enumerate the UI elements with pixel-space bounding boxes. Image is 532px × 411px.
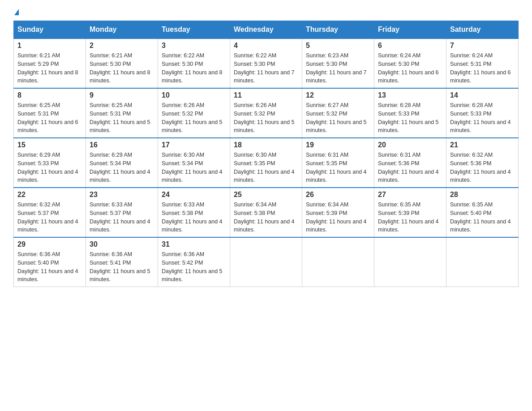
day-info: Sunrise: 6:26 AM Sunset: 5:32 PM Dayligh… <box>234 101 298 135</box>
day-number: 11 <box>234 91 298 99</box>
calendar-cell: 6 Sunrise: 6:24 AM Sunset: 5:30 PM Dayli… <box>374 39 446 88</box>
calendar-cell: 3 Sunrise: 6:22 AM Sunset: 5:30 PM Dayli… <box>158 39 230 88</box>
day-info: Sunrise: 6:25 AM Sunset: 5:31 PM Dayligh… <box>17 101 82 135</box>
day-number: 6 <box>378 42 442 50</box>
day-info: Sunrise: 6:22 AM Sunset: 5:30 PM Dayligh… <box>162 51 226 85</box>
calendar-cell: 21 Sunrise: 6:32 AM Sunset: 5:36 PM Dayl… <box>446 138 519 188</box>
page-header <box>13 9 519 13</box>
day-number: 31 <box>162 240 226 248</box>
day-number: 22 <box>17 191 82 199</box>
calendar-cell: 19 Sunrise: 6:31 AM Sunset: 5:35 PM Dayl… <box>302 138 374 188</box>
day-info: Sunrise: 6:23 AM Sunset: 5:30 PM Dayligh… <box>306 51 370 85</box>
day-number: 2 <box>90 42 154 50</box>
calendar-week-row: 22 Sunrise: 6:32 AM Sunset: 5:37 PM Dayl… <box>14 188 519 237</box>
calendar-cell: 27 Sunrise: 6:35 AM Sunset: 5:39 PM Dayl… <box>374 188 446 237</box>
calendar-cell <box>230 237 302 287</box>
calendar-cell: 11 Sunrise: 6:26 AM Sunset: 5:32 PM Dayl… <box>230 88 302 138</box>
day-number: 30 <box>90 240 154 248</box>
day-info: Sunrise: 6:36 AM Sunset: 5:41 PM Dayligh… <box>90 250 154 284</box>
calendar-cell: 26 Sunrise: 6:34 AM Sunset: 5:39 PM Dayl… <box>302 188 374 237</box>
day-info: Sunrise: 6:28 AM Sunset: 5:33 PM Dayligh… <box>378 101 442 135</box>
day-number: 9 <box>90 91 154 99</box>
day-info: Sunrise: 6:30 AM Sunset: 5:35 PM Dayligh… <box>234 151 298 184</box>
day-info: Sunrise: 6:33 AM Sunset: 5:37 PM Dayligh… <box>90 201 154 234</box>
day-number: 14 <box>450 91 515 99</box>
calendar-cell: 2 Sunrise: 6:21 AM Sunset: 5:30 PM Dayli… <box>86 39 158 88</box>
calendar-cell <box>374 237 446 287</box>
calendar-header-row: SundayMondayTuesdayWednesdayThursdayFrid… <box>14 21 519 39</box>
calendar-cell: 24 Sunrise: 6:33 AM Sunset: 5:38 PM Dayl… <box>158 188 230 237</box>
day-info: Sunrise: 6:21 AM Sunset: 5:30 PM Dayligh… <box>90 51 154 85</box>
day-number: 20 <box>378 141 442 149</box>
day-number: 16 <box>90 141 154 149</box>
calendar-cell: 5 Sunrise: 6:23 AM Sunset: 5:30 PM Dayli… <box>302 39 374 88</box>
day-number: 7 <box>450 42 515 50</box>
day-info: Sunrise: 6:26 AM Sunset: 5:32 PM Dayligh… <box>162 101 226 135</box>
calendar-cell: 7 Sunrise: 6:24 AM Sunset: 5:31 PM Dayli… <box>446 39 519 88</box>
calendar-cell: 16 Sunrise: 6:29 AM Sunset: 5:34 PM Dayl… <box>86 138 158 188</box>
calendar-cell: 12 Sunrise: 6:27 AM Sunset: 5:32 PM Dayl… <box>302 88 374 138</box>
calendar-week-row: 8 Sunrise: 6:25 AM Sunset: 5:31 PM Dayli… <box>14 88 519 138</box>
day-number: 18 <box>234 141 298 149</box>
logo <box>13 9 19 13</box>
calendar-cell: 23 Sunrise: 6:33 AM Sunset: 5:37 PM Dayl… <box>86 188 158 237</box>
day-info: Sunrise: 6:29 AM Sunset: 5:33 PM Dayligh… <box>17 151 82 184</box>
calendar-header-wednesday: Wednesday <box>230 21 302 39</box>
day-number: 27 <box>378 191 442 199</box>
day-number: 26 <box>306 191 370 199</box>
calendar-cell: 10 Sunrise: 6:26 AM Sunset: 5:32 PM Dayl… <box>158 88 230 138</box>
day-info: Sunrise: 6:32 AM Sunset: 5:36 PM Dayligh… <box>450 151 515 184</box>
day-info: Sunrise: 6:24 AM Sunset: 5:30 PM Dayligh… <box>378 51 442 85</box>
day-number: 8 <box>17 91 82 99</box>
calendar-cell: 8 Sunrise: 6:25 AM Sunset: 5:31 PM Dayli… <box>14 88 86 138</box>
calendar-header-tuesday: Tuesday <box>158 21 230 39</box>
calendar-cell: 9 Sunrise: 6:25 AM Sunset: 5:31 PM Dayli… <box>86 88 158 138</box>
calendar-table: SundayMondayTuesdayWednesdayThursdayFrid… <box>13 21 519 287</box>
calendar-cell: 17 Sunrise: 6:30 AM Sunset: 5:34 PM Dayl… <box>158 138 230 188</box>
day-info: Sunrise: 6:31 AM Sunset: 5:35 PM Dayligh… <box>306 151 370 184</box>
day-number: 29 <box>17 240 82 248</box>
calendar-header-monday: Monday <box>86 21 158 39</box>
day-number: 21 <box>450 141 515 149</box>
day-info: Sunrise: 6:25 AM Sunset: 5:31 PM Dayligh… <box>90 101 154 135</box>
day-number: 28 <box>450 191 515 199</box>
day-number: 15 <box>17 141 82 149</box>
day-info: Sunrise: 6:30 AM Sunset: 5:34 PM Dayligh… <box>162 151 226 184</box>
day-info: Sunrise: 6:36 AM Sunset: 5:42 PM Dayligh… <box>162 250 226 284</box>
calendar-week-row: 1 Sunrise: 6:21 AM Sunset: 5:29 PM Dayli… <box>14 39 519 88</box>
day-info: Sunrise: 6:27 AM Sunset: 5:32 PM Dayligh… <box>306 101 370 135</box>
day-info: Sunrise: 6:35 AM Sunset: 5:39 PM Dayligh… <box>378 201 442 234</box>
day-info: Sunrise: 6:33 AM Sunset: 5:38 PM Dayligh… <box>162 201 226 234</box>
calendar-week-row: 15 Sunrise: 6:29 AM Sunset: 5:33 PM Dayl… <box>14 138 519 188</box>
day-info: Sunrise: 6:22 AM Sunset: 5:30 PM Dayligh… <box>234 51 298 85</box>
day-info: Sunrise: 6:32 AM Sunset: 5:37 PM Dayligh… <box>17 201 82 234</box>
day-info: Sunrise: 6:28 AM Sunset: 5:33 PM Dayligh… <box>450 101 515 135</box>
day-number: 24 <box>162 191 226 199</box>
calendar-cell: 15 Sunrise: 6:29 AM Sunset: 5:33 PM Dayl… <box>14 138 86 188</box>
calendar-header-thursday: Thursday <box>302 21 374 39</box>
calendar-cell: 13 Sunrise: 6:28 AM Sunset: 5:33 PM Dayl… <box>374 88 446 138</box>
day-number: 19 <box>306 141 370 149</box>
calendar-cell: 4 Sunrise: 6:22 AM Sunset: 5:30 PM Dayli… <box>230 39 302 88</box>
day-info: Sunrise: 6:34 AM Sunset: 5:39 PM Dayligh… <box>306 201 370 234</box>
calendar-cell: 29 Sunrise: 6:36 AM Sunset: 5:40 PM Dayl… <box>14 237 86 287</box>
day-info: Sunrise: 6:31 AM Sunset: 5:36 PM Dayligh… <box>378 151 442 184</box>
day-number: 10 <box>162 91 226 99</box>
calendar-cell <box>302 237 374 287</box>
day-number: 3 <box>162 42 226 50</box>
calendar-cell: 22 Sunrise: 6:32 AM Sunset: 5:37 PM Dayl… <box>14 188 86 237</box>
day-number: 23 <box>90 191 154 199</box>
calendar-header-friday: Friday <box>374 21 446 39</box>
day-number: 4 <box>234 42 298 50</box>
day-info: Sunrise: 6:24 AM Sunset: 5:31 PM Dayligh… <box>450 51 515 85</box>
day-number: 17 <box>162 141 226 149</box>
day-info: Sunrise: 6:34 AM Sunset: 5:38 PM Dayligh… <box>234 201 298 234</box>
day-info: Sunrise: 6:29 AM Sunset: 5:34 PM Dayligh… <box>90 151 154 184</box>
calendar-cell: 20 Sunrise: 6:31 AM Sunset: 5:36 PM Dayl… <box>374 138 446 188</box>
calendar-cell: 31 Sunrise: 6:36 AM Sunset: 5:42 PM Dayl… <box>158 237 230 287</box>
calendar-cell: 14 Sunrise: 6:28 AM Sunset: 5:33 PM Dayl… <box>446 88 519 138</box>
logo-triangle-icon <box>14 9 19 15</box>
day-info: Sunrise: 6:35 AM Sunset: 5:40 PM Dayligh… <box>450 201 515 234</box>
day-info: Sunrise: 6:36 AM Sunset: 5:40 PM Dayligh… <box>17 250 82 284</box>
day-number: 12 <box>306 91 370 99</box>
